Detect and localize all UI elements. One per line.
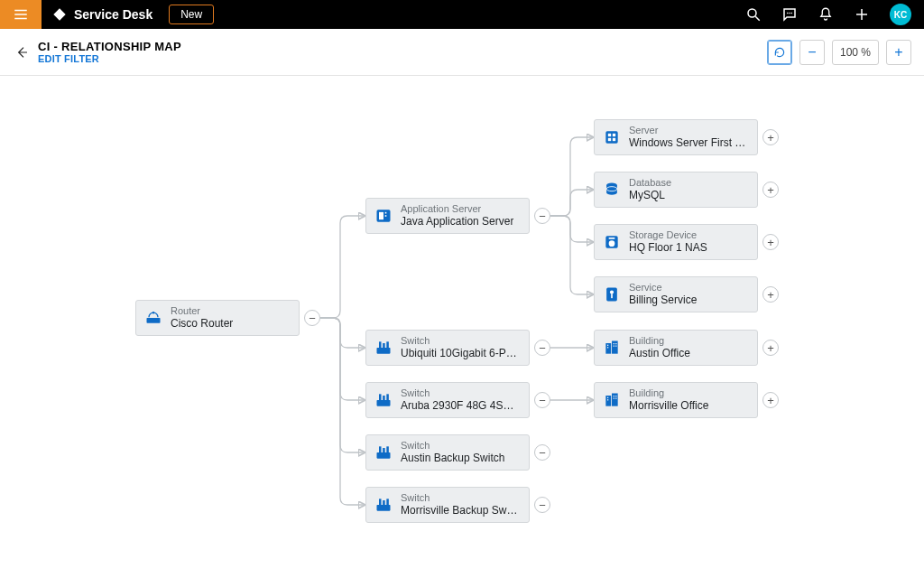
switch-icon <box>366 391 401 409</box>
zoom-in-button[interactable]: + <box>886 40 911 65</box>
arrow-left-icon <box>14 45 29 60</box>
chat-icon[interactable] <box>781 6 798 23</box>
node-name: Morrisville Office <box>629 399 708 412</box>
switch-icon <box>366 339 401 357</box>
switch-icon <box>366 443 401 461</box>
expand-button[interactable]: + <box>762 182 779 198</box>
plus-icon[interactable] <box>854 6 870 23</box>
node-switch[interactable]: Switch Aruba 2930F 48G 4SFP+... <box>365 382 530 418</box>
node-type: Service <box>629 282 697 294</box>
hamburger-menu[interactable] <box>0 0 42 29</box>
zoom-level: 100 % <box>832 40 879 65</box>
collapse-button[interactable]: − <box>534 208 550 224</box>
node-type: Building <box>629 335 690 347</box>
node-storage[interactable]: Storage Device HQ Floor 1 NAS <box>594 224 758 260</box>
appserver-icon <box>366 207 401 225</box>
building-icon <box>595 391 629 409</box>
node-name: HQ Floor 1 NAS <box>629 241 707 254</box>
svg-point-32 <box>787 13 789 14</box>
zoom-controls: − 100 % + <box>767 40 911 65</box>
node-type: Switch <box>401 387 518 399</box>
node-building[interactable]: Building Morrisville Office <box>594 382 758 418</box>
node-appserver[interactable]: Application Server Java Application Serv… <box>365 198 530 234</box>
relationship-map[interactable]: Router Cisco Router − Application Server… <box>0 76 924 578</box>
refresh-icon <box>773 46 786 59</box>
node-name: Austin Backup Switch <box>401 452 504 464</box>
node-switch[interactable]: Switch Morrisville Backup Switch <box>365 487 530 523</box>
edit-filter-link[interactable]: EDIT FILTER <box>38 53 181 64</box>
node-type: Application Server <box>401 203 513 215</box>
collapse-button[interactable]: − <box>534 444 550 461</box>
node-name: Billing Service <box>629 294 697 306</box>
menu-icon <box>13 6 29 23</box>
node-name: MySQL <box>629 189 671 201</box>
node-switch[interactable]: Switch Austin Backup Switch <box>365 434 530 471</box>
storage-icon <box>595 233 629 251</box>
search-icon[interactable] <box>745 6 762 23</box>
brand-label: Service Desk <box>74 7 152 22</box>
expand-button[interactable]: + <box>762 392 779 408</box>
node-name: Austin Office <box>629 347 690 359</box>
collapse-button[interactable]: − <box>534 340 550 356</box>
node-type: Server <box>629 125 746 136</box>
page-title: CI - RELATIONSHIP MAP <box>38 40 181 53</box>
node-name: Ubiquiti 10Gigabit 6-Por... <box>401 347 518 359</box>
top-bar: Service Desk New KC <box>0 0 924 29</box>
node-type: Switch <box>401 492 518 504</box>
svg-point-33 <box>789 13 790 14</box>
node-type: Storage Device <box>629 229 707 241</box>
node-server[interactable]: Server Windows Server First floor <box>594 119 758 155</box>
sub-header: CI - RELATIONSHIP MAP EDIT FILTER − 100 … <box>0 29 924 76</box>
svg-point-34 <box>791 13 793 14</box>
brand-icon <box>52 7 67 22</box>
router-icon <box>136 309 171 327</box>
node-name: Cisco Router <box>171 317 233 330</box>
new-button[interactable]: New <box>169 5 214 24</box>
node-name: Java Application Server <box>401 215 513 228</box>
refresh-button[interactable] <box>767 40 792 65</box>
collapse-button[interactable]: − <box>304 310 320 326</box>
topbar-right: KC <box>745 4 924 25</box>
node-service[interactable]: Service Billing Service <box>594 276 758 312</box>
expand-button[interactable]: + <box>762 129 779 145</box>
expand-button[interactable]: + <box>762 340 779 356</box>
collapse-button[interactable]: − <box>534 497 550 513</box>
service-icon <box>595 285 629 303</box>
avatar[interactable]: KC <box>890 4 911 25</box>
page-titles: CI - RELATIONSHIP MAP EDIT FILTER <box>38 40 181 64</box>
bell-icon[interactable] <box>818 6 834 23</box>
node-building[interactable]: Building Austin Office <box>594 330 758 366</box>
node-root[interactable]: Router Cisco Router <box>135 300 300 336</box>
node-type: Router <box>171 305 233 317</box>
node-database[interactable]: Database MySQL <box>594 172 758 208</box>
zoom-out-button[interactable]: − <box>799 40 825 65</box>
node-type: Database <box>629 177 671 189</box>
brand: Service Desk <box>42 7 152 22</box>
node-name: Aruba 2930F 48G 4SFP+... <box>401 399 518 412</box>
expand-button[interactable]: + <box>762 286 779 303</box>
node-switch[interactable]: Switch Ubiquiti 10Gigabit 6-Por... <box>365 330 530 366</box>
server-icon <box>595 128 629 146</box>
node-type: Switch <box>401 440 504 452</box>
switch-icon <box>366 496 401 514</box>
svg-point-31 <box>748 9 756 17</box>
collapse-button[interactable]: − <box>534 392 550 408</box>
node-type: Switch <box>401 335 518 347</box>
node-name: Morrisville Backup Switch <box>401 504 518 517</box>
building-icon <box>595 339 629 357</box>
database-icon <box>595 181 629 199</box>
expand-button[interactable]: + <box>762 234 779 250</box>
back-button[interactable] <box>13 45 31 60</box>
node-type: Building <box>629 387 708 399</box>
node-name: Windows Server First floor <box>629 136 746 149</box>
